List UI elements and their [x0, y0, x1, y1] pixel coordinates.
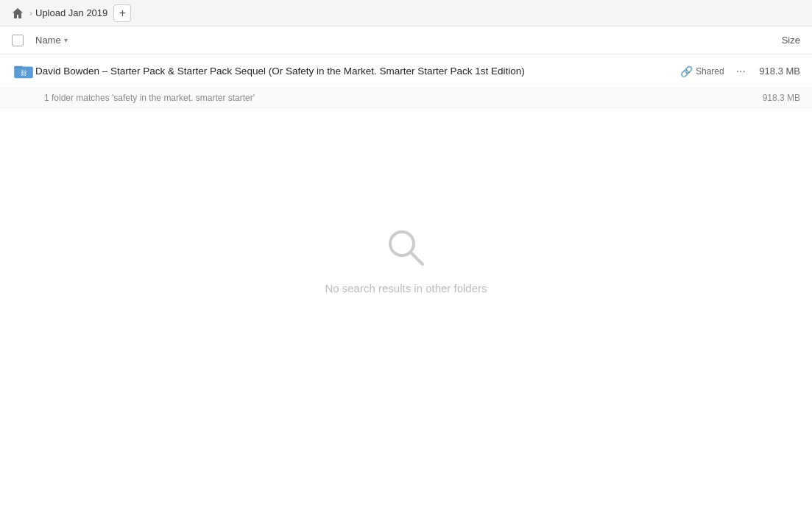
- shared-folder-icon: ⛓: [14, 63, 33, 80]
- more-options-button[interactable]: ···: [733, 63, 749, 80]
- link-icon: 🔗: [680, 66, 693, 77]
- match-row: 1 folder matches 'safety in the market. …: [0, 88, 812, 108]
- empty-state-text: No search results in other folders: [325, 282, 487, 294]
- select-all-checkbox-col: [12, 35, 35, 46]
- file-actions: 🔗 Shared ···: [680, 63, 749, 80]
- svg-line-3: [411, 252, 423, 264]
- file-name: David Bowden – Starter Pack & Starter Pa…: [35, 66, 671, 77]
- home-icon: [12, 7, 24, 19]
- file-icon-wrap: ⛓: [12, 63, 35, 80]
- size-label: Size: [782, 35, 800, 46]
- name-label: Name: [35, 35, 61, 46]
- svg-text:⛓: ⛓: [21, 69, 27, 76]
- name-column-header[interactable]: Name ▾: [35, 35, 68, 46]
- breadcrumb-label: Upload Jan 2019: [35, 7, 107, 18]
- home-button[interactable]: [9, 4, 27, 22]
- size-column-header: Size: [782, 35, 800, 46]
- header-bar: › Upload Jan 2019 +: [0, 0, 812, 26]
- select-all-checkbox[interactable]: [12, 35, 24, 46]
- sort-arrow: ▾: [64, 36, 68, 44]
- match-size: 918.3 MB: [749, 93, 800, 103]
- empty-search-icon: [384, 226, 428, 270]
- breadcrumb-separator: ›: [29, 8, 32, 18]
- shared-label: Shared: [696, 66, 724, 77]
- file-size: 918.3 MB: [749, 66, 800, 77]
- match-text: 1 folder matches 'safety in the market. …: [44, 93, 749, 103]
- empty-state: No search results in other folders: [0, 226, 812, 294]
- add-button[interactable]: +: [113, 4, 131, 22]
- column-headers: Name ▾ Size: [0, 26, 812, 54]
- file-row[interactable]: ⛓ David Bowden – Starter Pack & Starter …: [0, 54, 812, 88]
- shared-badge: 🔗 Shared: [680, 66, 724, 77]
